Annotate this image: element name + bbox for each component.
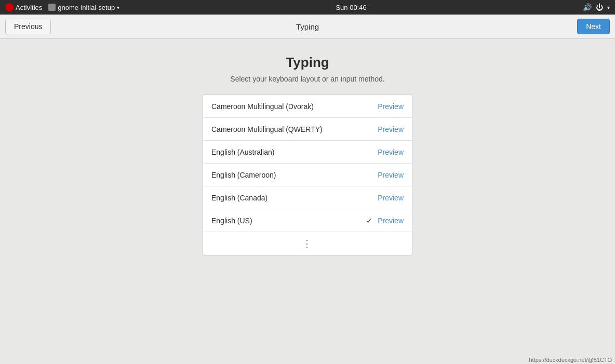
layout-list-item[interactable]: Cameroon Multilingual (QWERTY)Preview bbox=[203, 118, 412, 141]
preview-link[interactable]: Preview bbox=[378, 194, 404, 202]
layout-item-right: Preview bbox=[378, 171, 404, 179]
header-bar: Previous Typing Next bbox=[0, 15, 615, 39]
preview-link[interactable]: Preview bbox=[378, 125, 404, 133]
keyboard-layout-list: Cameroon Multilingual (Dvorak)PreviewCam… bbox=[203, 95, 412, 255]
layout-list-item[interactable]: English (Canada)Preview bbox=[203, 186, 412, 209]
volume-icon[interactable]: 🔊 bbox=[583, 3, 592, 11]
layout-list-item[interactable]: English (Cameroon)Preview bbox=[203, 164, 412, 186]
menu-arrow-icon[interactable]: ▾ bbox=[607, 5, 610, 10]
app-dropdown-icon[interactable]: ▾ bbox=[117, 5, 119, 10]
page-subtitle: Select your keyboard layout or an input … bbox=[230, 75, 384, 83]
more-items-button[interactable]: ⋮ bbox=[203, 232, 412, 255]
layout-item-name: Cameroon Multilingual (Dvorak) bbox=[211, 102, 314, 111]
clock-time: Sun 00:46 bbox=[336, 4, 366, 11]
layout-item-right: Preview bbox=[378, 194, 404, 202]
app-window-icon bbox=[48, 4, 56, 11]
layout-item-right: Preview bbox=[378, 125, 404, 133]
system-bar-left: Activities gnome-initial-setup ▾ bbox=[5, 3, 119, 11]
layout-item-name: English (Cameroon) bbox=[211, 171, 276, 179]
selected-checkmark-icon: ✓ bbox=[366, 217, 372, 225]
status-bar: https://duckduckgo.net/@51CTO bbox=[526, 356, 615, 364]
preview-link[interactable]: Preview bbox=[378, 171, 404, 179]
next-button[interactable]: Next bbox=[577, 19, 610, 34]
gnome-logo-icon bbox=[5, 3, 14, 11]
activities-label: Activities bbox=[16, 4, 42, 11]
layout-item-right: Preview bbox=[378, 148, 404, 156]
app-name-label: gnome-initial-setup bbox=[58, 4, 115, 11]
layout-list-item[interactable]: English (US)✓Preview bbox=[203, 209, 412, 232]
layout-item-name: English (Australian) bbox=[211, 148, 274, 156]
layout-list-item[interactable]: Cameroon Multilingual (Dvorak)Preview bbox=[203, 95, 412, 118]
activities-button[interactable]: Activities bbox=[5, 3, 42, 11]
main-content: Typing Select your keyboard layout or an… bbox=[0, 39, 615, 364]
layout-item-name: Cameroon Multilingual (QWERTY) bbox=[211, 125, 323, 133]
previous-button[interactable]: Previous bbox=[5, 19, 51, 34]
preview-link[interactable]: Preview bbox=[378, 217, 404, 225]
app-title-area: gnome-initial-setup ▾ bbox=[48, 4, 119, 11]
layout-item-right: Preview bbox=[378, 102, 404, 111]
status-text: https://duckduckgo.net/@51CTO bbox=[529, 357, 612, 363]
layout-item-name: English (Canada) bbox=[211, 194, 268, 202]
layout-item-name: English (US) bbox=[211, 217, 252, 225]
header-title: Typing bbox=[296, 22, 319, 31]
system-bar: Activities gnome-initial-setup ▾ Sun 00:… bbox=[0, 0, 615, 15]
layout-list-item[interactable]: English (Australian)Preview bbox=[203, 141, 412, 164]
power-icon[interactable]: ⏻ bbox=[596, 3, 603, 11]
header-bar-inner: Previous Typing Next bbox=[5, 19, 610, 34]
preview-link[interactable]: Preview bbox=[378, 148, 404, 156]
page-title: Typing bbox=[286, 55, 329, 71]
preview-link[interactable]: Preview bbox=[378, 102, 404, 111]
clock-display: Sun 00:46 bbox=[336, 4, 366, 11]
system-tray: 🔊 ⏻ ▾ bbox=[583, 3, 610, 11]
layout-item-right: ✓Preview bbox=[366, 217, 404, 225]
